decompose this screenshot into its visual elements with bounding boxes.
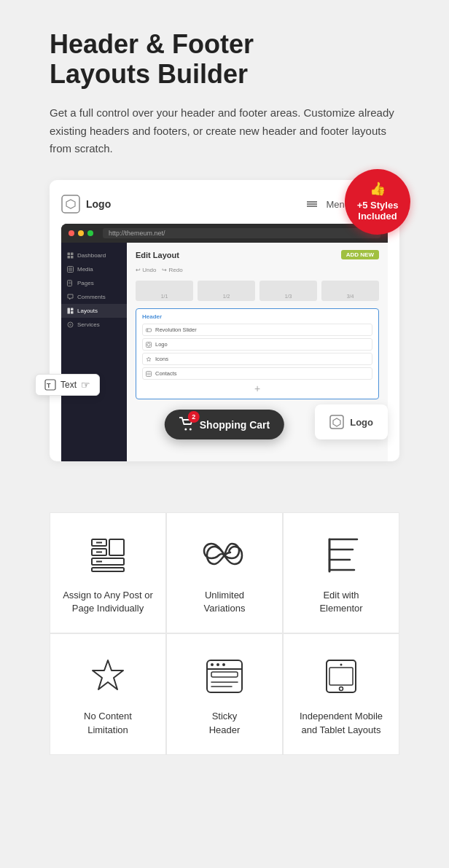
undo-btn[interactable]: ↩ Undo	[136, 267, 156, 273]
sidebar-item-media[interactable]: Media	[61, 262, 127, 276]
dot-red	[69, 230, 74, 236]
svg-rect-38	[92, 568, 124, 571]
logo-item-label: Logo	[155, 341, 168, 348]
feature-sticky-label: StickyHeader	[209, 710, 241, 736]
contacts-row[interactable]: Contacts	[142, 367, 372, 380]
floating-logo-text: Logo	[350, 417, 373, 428]
svg-rect-22	[147, 329, 152, 332]
sidebar-item-pages[interactable]: Pages	[61, 276, 127, 290]
demo-logo: Logo	[61, 195, 111, 214]
demo-actions: ↩ Undo ↪ Redo	[136, 267, 379, 273]
svg-point-51	[211, 663, 214, 666]
features-grid: Assign to Any Post orPage Individually U…	[50, 512, 399, 755]
feature-assign-label: Assign to Any Post orPage Individually	[63, 589, 153, 615]
dot-green	[87, 230, 93, 236]
svg-point-59	[340, 664, 343, 666]
svg-rect-13	[69, 267, 72, 271]
feature-assign-icon	[87, 535, 128, 576]
layout-logo-icon	[146, 342, 152, 348]
logo-icon	[61, 195, 80, 214]
feature-elementor-label: Edit withElementor	[319, 589, 362, 615]
revolution-slider-row[interactable]: Revolution Slider	[142, 324, 372, 336]
col-3-4[interactable]: 3/4	[321, 281, 379, 301]
cursor-icon: ☞	[81, 379, 90, 391]
feature-mobile-label: Independent Mobileand Tablet Layouts	[300, 710, 383, 736]
media-icon	[67, 266, 74, 273]
demo-layout-area: Header Revolution Slider Logo	[136, 308, 379, 399]
badge-line2: Included	[358, 211, 397, 222]
sidebar-item-services[interactable]: Services	[61, 318, 127, 332]
add-item-btn[interactable]: +	[142, 383, 372, 394]
sidebar-label-pages: Pages	[77, 280, 94, 286]
svg-rect-10	[68, 256, 71, 259]
demo-main-header: Edit Layout ADD NEW	[136, 250, 379, 259]
svg-point-58	[340, 687, 343, 691]
svg-rect-24	[147, 342, 152, 347]
svg-marker-26	[147, 357, 151, 361]
svg-rect-39	[109, 539, 124, 555]
icons-row[interactable]: Icons	[142, 353, 372, 365]
header-label: Header	[142, 313, 372, 320]
menu-icon	[307, 200, 317, 208]
services-icon	[67, 321, 74, 328]
revolution-slider-label: Revolution Slider	[155, 327, 197, 333]
feature-mobile-icon	[321, 656, 362, 697]
svg-rect-60	[329, 668, 353, 685]
icons-item-label: Icons	[155, 356, 168, 362]
logo-row[interactable]: Logo	[142, 338, 372, 351]
text-icon: T	[44, 379, 56, 391]
url-bar: http://themeum.net/	[103, 228, 380, 238]
floating-cart[interactable]: 2 Shopping Cart	[165, 410, 284, 439]
svg-rect-17	[68, 308, 71, 314]
demo-columns: 1/1 1/2 1/3 3/4	[136, 281, 379, 301]
page-title: Header & FooterLayouts Builder	[50, 29, 399, 90]
feature-no-content-icon	[87, 656, 128, 697]
svg-point-31	[190, 429, 192, 431]
comments-icon	[67, 294, 74, 300]
sidebar-label-media: Media	[77, 266, 93, 273]
redo-btn[interactable]: ↪ Redo	[162, 267, 182, 273]
svg-rect-27	[147, 371, 152, 376]
feature-elementor: Edit withElementor	[283, 512, 399, 633]
svg-point-53	[222, 663, 225, 666]
sidebar-label-dashboard: Dashboard	[77, 252, 106, 259]
badge-thumbs-icon: 👍	[370, 181, 386, 198]
svg-rect-18	[71, 308, 74, 311]
svg-point-52	[216, 663, 219, 666]
svg-rect-19	[71, 311, 74, 314]
sidebar-label-services: Services	[77, 321, 100, 328]
svg-rect-11	[71, 256, 74, 259]
svg-marker-48	[93, 660, 123, 689]
svg-point-25	[147, 343, 150, 346]
svg-rect-54	[211, 672, 238, 677]
demo-container: Logo Menu 2	[50, 180, 399, 461]
svg-rect-14	[68, 281, 72, 286]
feature-mobile: Independent Mobileand Tablet Layouts	[283, 633, 399, 754]
pages-icon	[67, 280, 74, 286]
page-description: Get a full control over your header and …	[50, 104, 399, 158]
feature-no-content-label: No ContentLimitation	[84, 710, 132, 736]
layouts-icon	[67, 308, 74, 314]
text-drag-element[interactable]: T Text ☞	[35, 374, 100, 396]
sidebar-item-comments[interactable]: Comments	[61, 290, 127, 304]
feature-unlimited: UnlimitedVariations	[166, 512, 283, 633]
col-1-2[interactable]: 1/2	[198, 281, 255, 301]
sidebar-label-comments: Comments	[77, 294, 106, 300]
dot-yellow	[78, 230, 84, 236]
svg-rect-9	[71, 253, 74, 256]
feature-elementor-icon	[321, 535, 362, 576]
col-1-1[interactable]: 1/1	[136, 281, 193, 301]
add-new-btn[interactable]: ADD NEW	[341, 250, 379, 259]
col-1-3[interactable]: 1/3	[259, 281, 317, 301]
sidebar-item-dashboard[interactable]: Dashboard	[61, 249, 127, 262]
feature-sticky-icon	[204, 656, 245, 697]
layout-icons-icon	[146, 356, 152, 362]
dashboard-icon	[67, 252, 74, 259]
feature-sticky: StickyHeader	[166, 633, 283, 754]
svg-point-21	[69, 324, 71, 326]
sidebar-item-layouts[interactable]: Layouts	[61, 304, 127, 318]
demo-sidebar: Dashboard Media Pages	[61, 243, 127, 461]
floating-cart-badge: 2	[188, 411, 200, 423]
svg-point-30	[184, 429, 187, 431]
feature-unlimited-icon	[204, 535, 245, 576]
